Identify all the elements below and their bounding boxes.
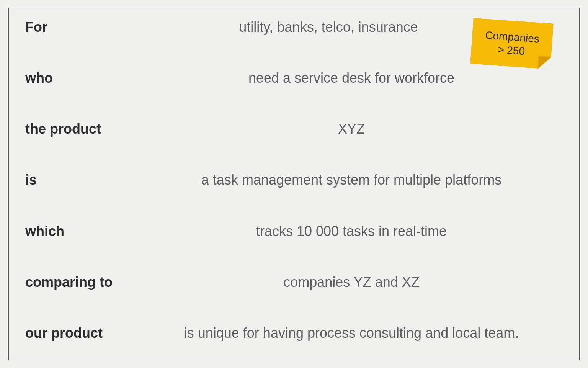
label-our-product: our product [25,325,140,341]
row-who: who need a service desk for workforce [25,70,563,86]
value-which: tracks 10 000 tasks in real-time [256,223,447,239]
label-who: who [25,70,140,86]
label-comparing: comparing to [25,274,140,290]
sticky-note-line2: > 250 [497,44,525,57]
value-comparing: companies YZ and XZ [283,274,420,290]
value-who: need a service desk for workforce [248,70,454,86]
row-our-product: our product is unique for having process… [25,325,563,341]
value-for: utility, banks, telco, insurance [239,19,418,35]
positioning-rows: For utility, banks, telco, insurance who… [25,19,563,341]
row-which: which tracks 10 000 tasks in real-time [25,223,563,239]
label-which: which [25,223,140,239]
row-product: the product XYZ [25,121,563,137]
label-product: the product [25,121,140,137]
label-for: For [25,19,140,35]
value-our-product: is unique for having process consulting … [184,325,519,341]
label-is: is [25,172,140,188]
slide-frame: For utility, banks, telco, insurance who… [8,8,580,360]
value-product: XYZ [338,121,365,137]
value-is: a task management system for multiple pl… [201,172,501,188]
sticky-note-line1: Companies [485,29,539,45]
row-comparing: comparing to companies YZ and XZ [25,274,563,290]
sticky-note: Companies > 250 [470,18,554,69]
row-is: is a task management system for multiple… [25,172,563,188]
